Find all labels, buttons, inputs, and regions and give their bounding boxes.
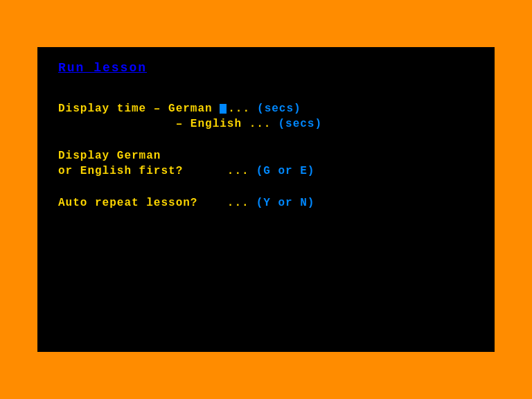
cursor-icon: [220, 104, 227, 114]
screen: Run lesson Display time – German ... (se…: [37, 47, 495, 352]
auto-repeat-hint: (Y or N): [256, 197, 315, 209]
display-first-row2: or English first? ... (G or E): [58, 165, 474, 177]
display-german-label: Display German: [58, 150, 161, 162]
display-time-german-row: Display time – German ... (secs): [58, 103, 474, 115]
display-first-row: Display German: [58, 150, 474, 162]
display-time-english-label: – English ...: [58, 118, 271, 130]
display-time-german-hint: (secs): [257, 103, 301, 115]
display-first-dots: ...: [227, 165, 249, 177]
display-english-first-label: or English first?: [58, 165, 227, 177]
auto-repeat-dots: ...: [227, 197, 249, 209]
screen-title: Run lesson: [58, 61, 474, 75]
content-area: Display time – German ... (secs) – Engli…: [58, 103, 474, 209]
display-time-english-hint: (secs): [278, 118, 322, 130]
display-time-group: Display time – German ... (secs) – Engli…: [58, 103, 474, 130]
display-first-hint: (G or E): [256, 165, 315, 177]
display-time-english-row: – English ... (secs): [58, 118, 474, 130]
auto-repeat-label: Auto repeat lesson?: [58, 197, 227, 209]
display-time-german-label: Display time – German: [58, 103, 220, 115]
display-first-group: Display German or English first? ... (G …: [58, 150, 474, 177]
display-time-german-dots: ...: [228, 103, 250, 115]
auto-repeat-row: Auto repeat lesson? ... (Y or N): [58, 197, 474, 209]
